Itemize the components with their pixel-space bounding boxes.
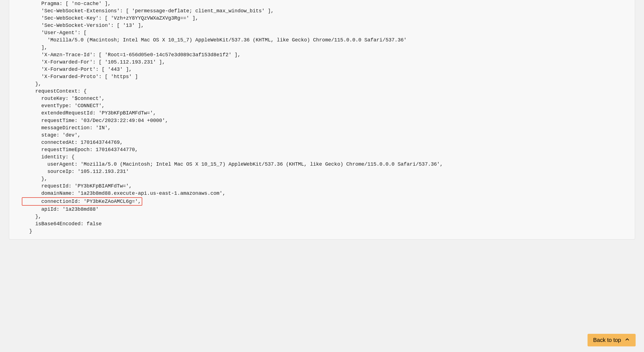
code-line: 'Sec-WebSocket-Key': [ 'Vzh+zY8YYQzVWXaZ… [23,15,635,22]
code-line: identity: { [23,153,635,161]
code-line: 'X-Forwarded-For': [ '105.112.193.231' ]… [23,58,635,66]
code-line: requestId: 'PY3bKFpBIAMFdTw=', [23,182,635,190]
code-line: 'Sec-WebSocket-Extensions': [ 'permessag… [23,7,635,15]
code-line: 'X-Forwarded-Port': [ '443' ], [23,66,635,73]
code-line: 'Sec-WebSocket-Version': [ '13' ], [23,22,635,29]
code-line: }, [23,175,635,182]
code-line: routeKey: '$connect', [23,95,635,102]
back-to-top-label: Back to top [593,337,621,343]
code-line: }, [23,213,635,220]
code-line: requestContext: { [23,88,635,95]
code-line: eventType: 'CONNECT', [23,102,635,109]
code-line: 'X-Amzn-Trace-Id': [ 'Root=1-656d05e0-14… [23,51,635,58]
code-line: 'Mozilla/5.0 (Macintosh; Intel Mac OS X … [23,36,635,44]
code-block: Pragma: [ 'no-cache' ], 'Sec-WebSocket-E… [9,0,635,240]
code-line: apiId: '1a23b8md88' [23,206,635,213]
code-line: ], [23,44,635,51]
back-to-top-button[interactable]: Back to top [588,334,636,346]
code-line: extendedRequestId: 'PY3bKFpBIAMFdTw=', [23,109,635,117]
code-line: requestTimeEpoch: 1701643744770, [23,146,635,153]
code-line: sourceIp: '105.112.193.231' [23,168,635,175]
code-line: messageDirection: 'IN', [23,124,635,132]
code-line-highlighted: connectionId: 'PY3bKeZAoAMCL6g=', [23,197,635,206]
code-line: 'User-Agent': [ [23,29,635,36]
code-line: requestTime: '03/Dec/2023:22:49:04 +0000… [23,117,635,124]
code-line: Pragma: [ 'no-cache' ], [23,0,635,7]
page-wrapper: Pragma: [ 'no-cache' ], 'Sec-WebSocket-E… [0,0,644,240]
code-line: 'X-Forwarded-Proto': [ 'https' ] [23,73,635,80]
code-line: userAgent: 'Mozilla/5.0 (Macintosh; Inte… [23,161,635,168]
code-line: domainName: '1a23b8md88.execute-api.us-e… [23,190,635,197]
code-line: isBase64Encoded: false [23,220,635,227]
code-line: }, [23,80,635,88]
chevron-up-icon [624,337,630,344]
code-line: connectedAt: 1701643744769, [23,139,635,146]
code-line: } [23,227,635,235]
highlight-annotation: connectionId: 'PY3bKeZAoAMCL6g=', [22,197,142,206]
code-line: stage: 'dev', [23,132,635,139]
